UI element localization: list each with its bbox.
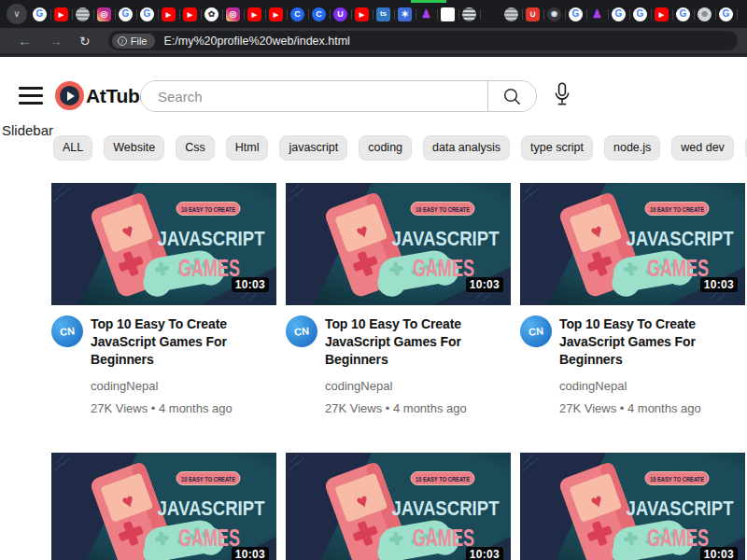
tab-c-blue-icon[interactable]: C — [290, 7, 304, 21]
duration-badge: 10:03 — [232, 277, 269, 292]
chip-data-analysis[interactable]: data analysis — [423, 135, 510, 161]
tab-orange-icon[interactable]: ∪ — [526, 7, 540, 21]
duration-badge: 10:03 — [700, 277, 738, 292]
video-thumbnail[interactable]: ♥ — [51, 183, 276, 305]
search-button[interactable] — [487, 81, 536, 111]
chip-javascript[interactable]: javascript — [279, 135, 347, 161]
tab-group-indicator — [411, 0, 446, 3]
tab-google-icon[interactable]: G — [633, 7, 647, 21]
video-card[interactable]: ♥ — [51, 183, 276, 453]
tab-camera-dark-icon[interactable]: ◉ — [547, 7, 561, 21]
mic-icon — [553, 82, 571, 107]
attube-page: AtTube Slidebar ALLWebsiteCssHtmljavascr… — [0, 57, 747, 560]
play-logo-icon — [55, 81, 84, 110]
thumb-badge-text: 10 EASY TO CREATE — [181, 475, 235, 483]
chip-website[interactable]: Website — [104, 135, 164, 161]
tab-youtube-icon[interactable]: ▶ — [355, 7, 369, 21]
tab-google-icon[interactable]: G — [612, 7, 626, 21]
thumb-title-line2: GAMES — [413, 254, 474, 282]
tab-globe-icon[interactable] — [76, 7, 90, 21]
thumb-badge-text: 10 EASY TO CREATE — [181, 205, 235, 214]
back-button[interactable]: ← — [9, 34, 40, 48]
thumb-title-line2: GAMES — [178, 254, 240, 282]
chip-type-script[interactable]: type script — [521, 135, 593, 161]
address-bar[interactable]: i File E:/my%20profile%20web/index.html — [108, 31, 738, 50]
thumb-title-line2: GAMES — [647, 524, 709, 552]
search-bar — [140, 80, 537, 112]
mic-button[interactable] — [553, 82, 571, 110]
video-thumbnail[interactable]: ♥ — [520, 183, 745, 305]
tab-google-icon[interactable]: G — [119, 7, 133, 21]
thumb-badge-text: 10 EASY TO CREATE — [416, 205, 470, 214]
chip-wed-dev[interactable]: wed dev — [671, 135, 734, 161]
tab-person-add-icon[interactable]: ♟ — [590, 7, 604, 21]
tab-gray-wheel-icon[interactable]: ◉ — [698, 7, 712, 21]
video-card[interactable]: ♥ — [286, 453, 511, 560]
video-title[interactable]: Top 10 Easy To Create JavaScript Games F… — [325, 315, 486, 369]
video-card[interactable]: ♥ — [286, 183, 511, 453]
channel-avatar[interactable]: CN — [49, 314, 84, 348]
thumb-title-line2: GAMES — [413, 524, 474, 552]
tab-blue-app-icon[interactable]: ∗ — [398, 7, 412, 21]
tab-youtube-icon[interactable]: ▶ — [655, 7, 669, 21]
tab-white-square-icon[interactable] — [441, 7, 455, 21]
tab-flower-icon[interactable]: ✿ — [204, 7, 218, 21]
video-title[interactable]: Top 10 Easy To Create JavaScript Games F… — [559, 315, 720, 369]
chip-all[interactable]: ALL — [53, 135, 92, 161]
thumb-title-line1: JAVASCRIPT — [392, 497, 500, 520]
tab-google-icon[interactable]: G — [676, 7, 690, 21]
tab-google-icon[interactable]: G — [569, 7, 583, 21]
forward-button[interactable]: → — [40, 34, 71, 48]
thumb-title-line1: JAVASCRIPT — [627, 228, 734, 250]
chip-coding[interactable]: coding — [359, 135, 412, 161]
thumb-title-line1: JAVASCRIPT — [158, 497, 265, 520]
channel-avatar[interactable]: CN — [518, 314, 553, 348]
reload-button[interactable]: ↻ — [71, 35, 99, 48]
tab-instagram-icon[interactable]: ◎ — [97, 7, 111, 21]
thumb-title-line1: JAVASCRIPT — [627, 497, 734, 520]
chip-row: ALLWebsiteCssHtmljavascriptcodingdata an… — [53, 135, 747, 161]
duration-badge: 10:03 — [232, 547, 269, 560]
tab-typescript-icon[interactable]: ts — [376, 7, 390, 21]
video-thumbnail[interactable]: ♥ — [286, 453, 511, 560]
tab-u-purple-icon[interactable]: U — [333, 7, 347, 21]
video-title[interactable]: Top 10 Easy To Create JavaScript Games F… — [91, 315, 251, 369]
video-meta: 27K Views • 4 months ago — [559, 401, 720, 415]
video-thumbnail[interactable]: ♥ — [520, 453, 745, 560]
video-thumbnail[interactable]: ♥ — [51, 453, 276, 560]
tab-google-icon[interactable]: G — [33, 7, 47, 21]
thumb-title-line2: GAMES — [178, 524, 240, 552]
video-card[interactable]: ♥ — [520, 183, 745, 453]
menu-icon[interactable] — [19, 87, 43, 105]
chip-node.js[interactable]: node.js — [604, 135, 660, 161]
tab-search-button[interactable]: ∨ — [7, 4, 27, 24]
tab-youtube-icon[interactable]: ▶ — [247, 7, 261, 21]
attube-logo[interactable]: AtTube — [55, 81, 150, 110]
tab-google-icon[interactable]: G — [719, 7, 733, 21]
tab-youtube-icon[interactable]: ▶ — [162, 7, 176, 21]
tab-person-add-icon[interactable]: ♟ — [419, 7, 433, 21]
tab-youtube-icon[interactable]: ▶ — [54, 7, 68, 21]
tab-youtube-icon[interactable]: ▶ — [269, 7, 283, 21]
tab-globe-icon[interactable] — [504, 7, 518, 21]
chip-css[interactable]: Css — [176, 135, 215, 161]
video-info: CN Top 10 Easy To Create JavaScript Game… — [520, 315, 745, 415]
channel-avatar[interactable]: CN — [284, 314, 318, 348]
thumbnail-art: ♥ — [286, 453, 511, 560]
search-input[interactable] — [141, 81, 487, 111]
tab-striped-sphere-icon[interactable] — [462, 7, 476, 21]
thumb-badge-text: 10 EASY TO CREATE — [416, 475, 470, 483]
tab-instagram-icon[interactable]: ◎ — [226, 7, 240, 21]
chip-html[interactable]: Html — [226, 135, 269, 161]
tab-google-icon[interactable]: G — [140, 7, 154, 21]
search-icon — [502, 87, 522, 106]
file-scheme-chip: i File — [112, 34, 156, 49]
video-card[interactable]: ♥ — [520, 453, 745, 560]
video-thumbnail[interactable]: ♥ — [286, 183, 511, 305]
tab-c-blue-icon[interactable]: C — [312, 7, 326, 21]
tab-youtube-icon[interactable]: ▶ — [183, 7, 197, 21]
video-card[interactable]: ♥ — [51, 453, 276, 560]
thumb-title-line2: GAMES — [647, 254, 709, 282]
channel-name: codingNepal — [91, 379, 251, 393]
tab-gap — [484, 7, 497, 21]
